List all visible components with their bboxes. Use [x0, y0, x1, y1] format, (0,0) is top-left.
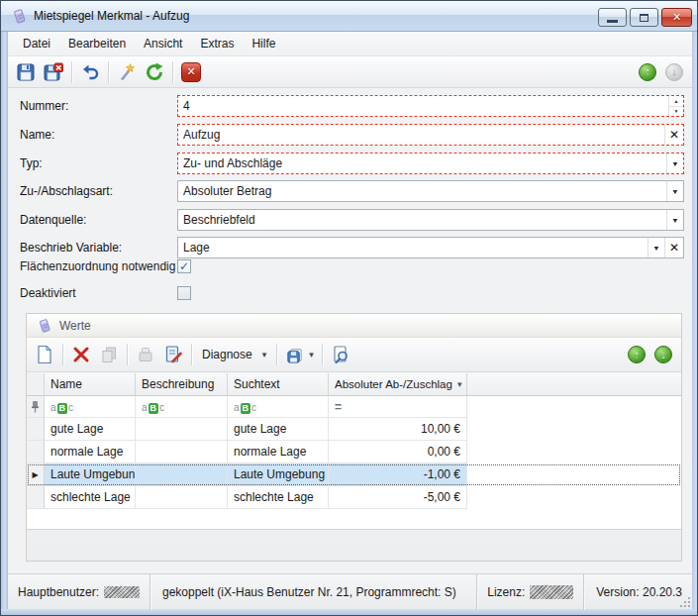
grid-row[interactable]: gute Lage gute Lage 10,00 € [27, 418, 681, 441]
row-indicator [27, 441, 45, 463]
cell-beschreibung[interactable] [136, 463, 228, 486]
undo-button[interactable] [77, 59, 103, 85]
minimize-button[interactable] [598, 8, 627, 27]
cell-name[interactable]: gute Lage [45, 418, 136, 441]
beschrieb-variable-value: Lage [178, 238, 648, 257]
wizard-button[interactable] [114, 59, 140, 85]
menu-ansicht[interactable]: Ansicht [135, 33, 191, 54]
chevron-down-icon: ▼ [671, 216, 679, 224]
new-row-button[interactable] [32, 342, 57, 367]
cell-suchtext[interactable]: Laute Umgebung [228, 463, 329, 486]
filter-cell-name[interactable]: aBc [45, 396, 136, 418]
grid-row[interactable]: normale Lage normale Lage 0,00 € [27, 441, 681, 463]
beschrieb-variable-field[interactable]: Lage ▼ ✕ [177, 237, 684, 258]
column-header-betrag[interactable]: Absoluter Ab-/Zuschlag ▾ [329, 373, 467, 396]
undo-icon [80, 62, 100, 82]
menu-bearbeiten[interactable]: Bearbeiten [59, 33, 135, 54]
row-down-button[interactable]: ↓ [654, 346, 672, 363]
clear-icon: ✕ [669, 241, 679, 255]
grid-row[interactable]: schlechte Lage schlechte Lage -5,00 € [27, 486, 681, 509]
beschrieb-variable-dropdown-button[interactable]: ▼ [648, 238, 664, 257]
window-frame-bottom [1, 609, 698, 616]
toolbar-separator [108, 61, 109, 83]
menu-datei[interactable]: Datei [14, 33, 59, 54]
filter-cell-suchtext[interactable]: aBc [228, 396, 329, 418]
chevron-down-icon: ▼ [652, 244, 660, 252]
resize-grip[interactable] [680, 597, 690, 607]
copy-row-button[interactable] [96, 342, 122, 367]
typ-value: Zu- und Abschläge [178, 154, 666, 173]
cell-beschreibung[interactable] [136, 418, 228, 441]
save-button[interactable] [13, 59, 39, 85]
abschlagsart-dropdown-button[interactable]: ▼ [666, 181, 683, 201]
column-header-name[interactable]: Name [45, 373, 136, 396]
menu-hilfe[interactable]: Hilfe [243, 33, 284, 54]
column-header-beschreibung[interactable]: Beschreibung [136, 373, 228, 396]
nummer-field[interactable]: 4 ▲ ▼ [177, 95, 684, 117]
flaechenzuordnung-checkbox[interactable]: ✓ [177, 259, 191, 273]
cell-name[interactable]: normale Lage [45, 441, 136, 463]
typ-dropdown-button[interactable]: ▼ [666, 154, 683, 173]
abschlagsart-label: Zu-/Abschlagsart: [20, 180, 113, 202]
column-header-suchtext[interactable]: Suchtext [228, 373, 329, 396]
cell-betrag[interactable]: 10,00 € [329, 418, 467, 441]
grid-row-selected[interactable]: ▶ Laute Umgebung Laute Umgebung -1,00 € [27, 463, 681, 486]
preview-button[interactable] [328, 342, 353, 367]
close-button[interactable]: ✕ [661, 8, 692, 27]
werte-header: Werte [27, 314, 681, 338]
nummer-value: 4 [178, 96, 668, 116]
close-form-button[interactable]: ✕ [178, 59, 204, 85]
cell-name[interactable]: schlechte Lage [45, 486, 136, 509]
cell-betrag[interactable]: -1,00 € [329, 463, 467, 486]
spinner-down-icon[interactable]: ▼ [669, 107, 683, 117]
filter-cell-beschreibung[interactable]: aBc [136, 396, 228, 418]
diagnose-button[interactable]: Diagnose ▾ [196, 345, 272, 364]
refresh-button[interactable] [142, 59, 167, 85]
version-text: Version: 20.20.3 [596, 585, 682, 599]
maximize-icon [640, 14, 648, 22]
datenquelle-dropdown[interactable]: Beschriebfeld ▼ [177, 209, 684, 231]
cell-suchtext[interactable]: gute Lage [228, 418, 329, 441]
filter-pin-cell[interactable] [27, 396, 45, 418]
wizard-wand-icon [117, 62, 137, 82]
selected-row-arrow-icon: ▶ [32, 470, 38, 479]
cell-beschreibung[interactable] [136, 486, 228, 509]
edit-row-button[interactable] [160, 342, 186, 367]
werte-groupbox: Werte [26, 313, 682, 562]
delete-row-button[interactable] [68, 342, 94, 367]
cell-name[interactable]: Laute Umgebung [45, 463, 136, 486]
paste-button[interactable] [133, 342, 158, 367]
cell-suchtext[interactable]: normale Lage [228, 441, 329, 463]
name-clear-button[interactable]: ✕ [664, 125, 683, 145]
werte-title: Werte [59, 319, 91, 333]
titlebar[interactable]: Mietspiegel Merkmal - Aufzug ✕ [1, 1, 698, 32]
cell-betrag[interactable]: -5,00 € [329, 486, 467, 509]
save-close-button[interactable] [41, 59, 66, 85]
beschrieb-variable-clear-button[interactable]: ✕ [664, 238, 683, 257]
datenquelle-dropdown-button[interactable]: ▼ [666, 210, 683, 230]
maximize-button[interactable] [630, 8, 658, 27]
datenquelle-value: Beschriebfeld [178, 210, 666, 230]
menu-extras[interactable]: Extras [191, 33, 243, 54]
app-window: Mietspiegel Merkmal - Aufzug ✕ Datei Bea… [0, 0, 698, 616]
abschlagsart-dropdown[interactable]: Absoluter Betrag ▼ [177, 180, 684, 202]
export-save-button[interactable]: ▾ [281, 344, 318, 366]
cell-betrag[interactable]: 0,00 € [329, 441, 467, 463]
filter-cell-betrag[interactable]: = [329, 396, 467, 418]
nummer-spinner[interactable]: ▲ ▼ [668, 96, 683, 116]
navigate-down-button[interactable]: ↓ [665, 63, 683, 81]
name-field[interactable]: Aufzug ✕ [177, 124, 684, 146]
refresh-icon [145, 62, 164, 82]
statusbar-version: Version: 20.20.3 [584, 574, 692, 609]
row-up-button[interactable]: ↑ [628, 346, 646, 363]
typ-dropdown[interactable]: Zu- und Abschläge ▼ [177, 153, 684, 174]
navigate-up-button[interactable]: ↑ [639, 63, 656, 81]
typ-label: Typ: [20, 153, 43, 174]
cell-suchtext[interactable]: schlechte Lage [228, 486, 329, 509]
close-icon: ✕ [672, 11, 681, 24]
grid-corner-cell [27, 373, 45, 396]
cell-beschreibung[interactable] [136, 441, 228, 463]
deaktiviert-checkbox[interactable] [177, 286, 191, 300]
save-close-icon [44, 62, 63, 82]
spinner-up-icon[interactable]: ▲ [669, 96, 683, 107]
